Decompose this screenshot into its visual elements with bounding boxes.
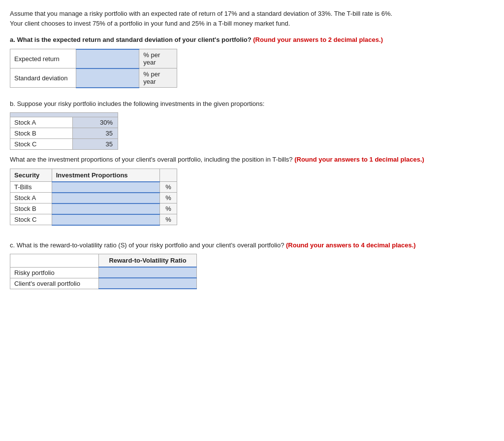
part-b-section: b. Suppose your risky portfolio includes… bbox=[10, 99, 494, 226]
pct-col-header bbox=[160, 169, 177, 182]
stock-b-sec-pct: % bbox=[160, 204, 177, 214]
table-row: Stock C % bbox=[10, 214, 177, 225]
stock-b-sec-label: Stock B bbox=[10, 204, 52, 214]
tbills-label: T-Bills bbox=[10, 182, 52, 193]
tbills-input-cell[interactable] bbox=[52, 182, 159, 193]
std-dev-input[interactable] bbox=[78, 74, 137, 82]
client-portfolio-label: Client's overall portfolio bbox=[10, 278, 99, 289]
stock-c-sec-input[interactable] bbox=[54, 216, 158, 223]
expected-return-label: Expected return bbox=[10, 49, 76, 68]
client-portfolio-input-cell[interactable] bbox=[99, 278, 197, 289]
expected-return-input-cell[interactable] bbox=[76, 49, 139, 68]
table-row: Expected return % per year bbox=[10, 49, 177, 68]
stock-a-label: Stock A bbox=[10, 117, 73, 128]
part-b-question2: What are the investment proportions of y… bbox=[10, 155, 494, 165]
risky-portfolio-label: Risky portfolio bbox=[10, 267, 99, 278]
reward-volatility-table: Reward-to-Volatility Ratio Risky portfol… bbox=[10, 254, 197, 289]
intro-line1: Assume that you manage a risky portfolio… bbox=[10, 10, 392, 17]
stock-b-value: 35 bbox=[73, 128, 118, 139]
std-dev-input-cell[interactable] bbox=[76, 68, 139, 88]
expected-return-unit: % per year bbox=[139, 49, 177, 68]
part-c-section: c. What is the reward-to-volatility rati… bbox=[10, 240, 494, 290]
stock-a-value: 30% bbox=[73, 117, 118, 128]
risky-portfolio-input-cell[interactable] bbox=[99, 267, 197, 278]
stock-c-label: Stock C bbox=[10, 139, 73, 150]
rv-col-header: Reward-to-Volatility Ratio bbox=[99, 254, 197, 268]
stock-c-sec-label: Stock C bbox=[10, 214, 52, 225]
stock-c-value: 35 bbox=[73, 139, 118, 150]
intro-paragraph: Assume that you manage a risky portfolio… bbox=[10, 9, 494, 28]
part-a-highlight: (Round your answers to 2 decimal places.… bbox=[253, 36, 383, 43]
stock-a-sec-input[interactable] bbox=[54, 194, 158, 202]
part-a-table: Expected return % per year Standard devi… bbox=[10, 49, 177, 88]
stock-a-sec-label: Stock A bbox=[10, 193, 52, 204]
stock-a-sec-pct: % bbox=[160, 193, 177, 204]
table-row: Stock A 30% bbox=[10, 117, 118, 128]
table-row: Risky portfolio bbox=[10, 267, 197, 278]
stock-table-header bbox=[10, 113, 118, 117]
table-row: Standard deviation % per year bbox=[10, 68, 177, 88]
table-row: Stock A % bbox=[10, 193, 177, 204]
part-b-label: b. Suppose your risky portfolio includes… bbox=[10, 100, 264, 107]
std-dev-label: Standard deviation bbox=[10, 68, 76, 88]
expected-return-input[interactable] bbox=[78, 55, 137, 63]
risky-portfolio-input[interactable] bbox=[101, 269, 194, 276]
table-row: Stock B % bbox=[10, 204, 177, 214]
stock-b-sec-input-cell[interactable] bbox=[52, 204, 159, 214]
security-proportions-table: Security Investment Proportions T-Bills … bbox=[10, 169, 177, 226]
part-a-question: a. What is the expected return and stand… bbox=[10, 35, 494, 45]
stock-c-sec-pct: % bbox=[160, 214, 177, 225]
stock-proportions-table: Stock A 30% Stock B 35 Stock C 35 bbox=[10, 112, 118, 150]
stock-b-label: Stock B bbox=[10, 128, 73, 139]
part-a-label: a. What is the expected return and stand… bbox=[10, 36, 252, 43]
tbills-input[interactable] bbox=[54, 183, 158, 191]
part-b-q2-highlight: (Round your answers to 1 decimal places.… bbox=[294, 156, 424, 163]
stock-b-sec-input[interactable] bbox=[54, 205, 158, 212]
std-dev-unit: % per year bbox=[139, 68, 177, 88]
table-row: T-Bills % bbox=[10, 182, 177, 193]
stock-c-sec-input-cell[interactable] bbox=[52, 214, 159, 225]
part-a-section: a. What is the expected return and stand… bbox=[10, 35, 494, 88]
stock-a-sec-input-cell[interactable] bbox=[52, 193, 159, 204]
security-col-header: Security bbox=[10, 169, 52, 182]
part-c-label: c. What is the reward-to-volatility rati… bbox=[10, 241, 284, 249]
rv-empty-header bbox=[10, 254, 99, 268]
table-row: Stock C 35 bbox=[10, 139, 118, 150]
tbills-pct: % bbox=[160, 182, 177, 193]
client-portfolio-input[interactable] bbox=[101, 280, 194, 287]
part-b-question: b. Suppose your risky portfolio includes… bbox=[10, 99, 494, 109]
table-row: Client's overall portfolio bbox=[10, 278, 197, 289]
investment-col-header: Investment Proportions bbox=[52, 169, 159, 182]
table-row: Stock B 35 bbox=[10, 128, 118, 139]
part-b-q2-text: What are the investment proportions of y… bbox=[10, 156, 293, 163]
intro-line2: Your client chooses to invest 75% of a p… bbox=[10, 20, 290, 27]
part-c-question: c. What is the reward-to-volatility rati… bbox=[10, 240, 494, 250]
part-c-highlight: (Round your answers to 4 decimal places.… bbox=[286, 241, 416, 249]
